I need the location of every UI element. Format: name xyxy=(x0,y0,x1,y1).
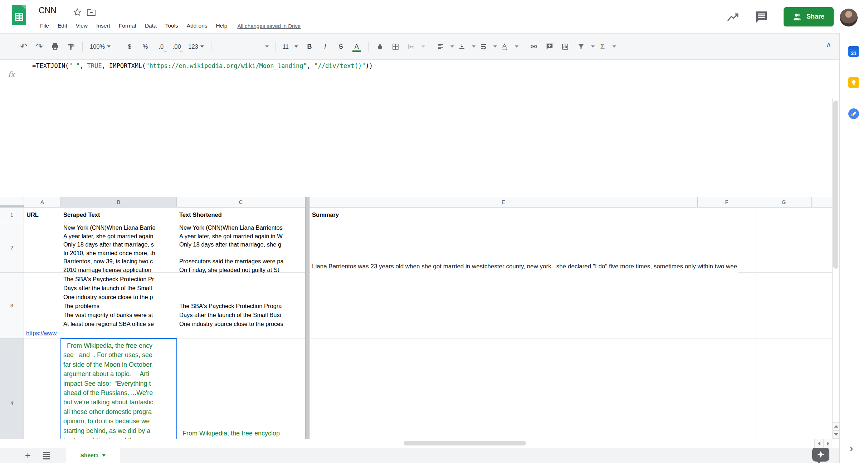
row-header-1[interactable]: 1 xyxy=(0,208,24,222)
text-wrap-caret[interactable] xyxy=(493,45,497,48)
format-percent-button[interactable]: % xyxy=(137,39,153,54)
insert-link-button[interactable] xyxy=(526,39,542,54)
decrease-decimal-button[interactable]: .0 ← xyxy=(153,39,169,54)
sheets-logo[interactable] xyxy=(12,5,26,25)
share-button-label: Share xyxy=(806,13,824,20)
menu-edit[interactable]: Edit xyxy=(53,23,72,29)
cell-A1[interactable]: URL xyxy=(24,208,60,222)
cell-C4[interactable]: From Wikipedia, the free encyclopsee and… xyxy=(177,338,305,439)
text-rotation-caret[interactable] xyxy=(515,45,518,48)
scroll-left-button[interactable] xyxy=(814,439,823,448)
cell-A4[interactable]: https://www xyxy=(24,338,60,439)
document-title[interactable]: CNN xyxy=(39,6,57,15)
italic-button[interactable]: I xyxy=(317,39,333,54)
menu-insert[interactable]: Insert xyxy=(92,23,114,29)
comment-history-icon[interactable] xyxy=(754,10,769,24)
redo-button[interactable]: ↷ xyxy=(31,39,47,54)
tasks-icon[interactable] xyxy=(848,108,859,119)
scroll-right-button[interactable] xyxy=(823,439,832,448)
column-header-A[interactable]: A xyxy=(24,197,61,208)
functions-button[interactable]: Σ xyxy=(595,39,610,54)
cell-B2[interactable]: New York (CNN)When Liana BarrieA year la… xyxy=(61,222,176,273)
increase-decimal-button[interactable]: .00 → xyxy=(169,39,185,54)
undo-button[interactable]: ↶ xyxy=(16,39,31,54)
cell-C2[interactable]: New York (CNN)When Liana BarrientosA yea… xyxy=(177,222,305,273)
scroll-up-button[interactable] xyxy=(832,422,839,430)
row-header-3[interactable]: 3 xyxy=(0,273,24,338)
vertical-scrollbar-thumb[interactable] xyxy=(833,101,838,269)
merge-cells-caret[interactable] xyxy=(421,45,425,48)
paint-format-button[interactable] xyxy=(63,39,79,54)
format-currency-button[interactable]: $ xyxy=(122,39,137,54)
borders-button[interactable] xyxy=(388,39,404,54)
text-color-button[interactable]: A xyxy=(349,39,365,54)
column-header-G[interactable]: G xyxy=(756,197,812,208)
keep-icon[interactable] xyxy=(848,77,859,88)
scroll-down-button[interactable] xyxy=(832,430,839,439)
functions-caret[interactable] xyxy=(613,45,616,48)
spreadsheet-stats-icon[interactable] xyxy=(726,11,739,22)
explore-star-icon xyxy=(817,450,825,458)
menu-tools[interactable]: Tools xyxy=(161,23,182,29)
frozen-columns-divider[interactable] xyxy=(305,197,309,439)
all-sheets-button[interactable] xyxy=(39,448,54,463)
toolbar-divider xyxy=(82,42,83,52)
column-header-F[interactable]: F xyxy=(698,197,756,208)
menu-format[interactable]: Format xyxy=(114,23,141,29)
cell-E2[interactable]: Liana Barrientos was 23 years old when s… xyxy=(310,222,832,273)
font-family-select[interactable] xyxy=(215,40,272,53)
cell-C3[interactable]: The SBA's Paycheck Protection PrograDays… xyxy=(177,273,305,338)
column-header-E[interactable]: E xyxy=(309,197,698,208)
menu-addons[interactable]: Add-ons xyxy=(182,23,212,29)
formula-input[interactable]: =TEXTJOIN(" ", TRUE, IMPORTXML("https://… xyxy=(32,62,373,69)
fill-color-button[interactable] xyxy=(372,39,388,54)
save-status[interactable]: All changes saved in Drive xyxy=(237,23,301,29)
move-to-folder-icon[interactable] xyxy=(87,8,96,16)
account-avatar[interactable] xyxy=(840,9,858,26)
share-button[interactable]: Share xyxy=(784,7,834,26)
filter-caret[interactable] xyxy=(591,45,595,48)
menu-file[interactable]: File xyxy=(36,23,53,29)
calendar-icon[interactable]: 31 xyxy=(848,46,859,57)
text-rotation-button[interactable] xyxy=(497,39,513,54)
horizontal-align-caret[interactable] xyxy=(450,45,454,48)
cell-A3-link[interactable]: https://www xyxy=(26,330,57,337)
column-header-partial[interactable] xyxy=(812,197,832,208)
cell-B1[interactable]: Scraped Text xyxy=(61,208,176,222)
menu-data[interactable]: Data xyxy=(141,23,161,29)
vertical-align-caret[interactable] xyxy=(472,45,476,48)
toolbar-divider xyxy=(118,42,118,52)
cell-E1[interactable]: Summary xyxy=(310,208,525,222)
strikethrough-button[interactable]: S xyxy=(333,39,349,54)
spreadsheet-grid[interactable]: A B C E F G 1 2 3 4 5 6 7 8 9 10 URL Scr… xyxy=(0,98,832,439)
vertical-align-button[interactable] xyxy=(454,39,470,54)
sheet-tab-sheet1[interactable]: Sheet1 xyxy=(66,448,120,463)
horizontal-scrollbar-thumb[interactable] xyxy=(404,441,526,445)
menu-view[interactable]: View xyxy=(72,23,92,29)
zoom-select[interactable]: 100% xyxy=(86,39,114,54)
font-size-select[interactable]: 11 xyxy=(279,39,302,54)
sheet-tab-menu-caret[interactable] xyxy=(102,454,106,457)
insert-chart-button[interactable] xyxy=(557,39,573,54)
star-icon[interactable] xyxy=(73,8,82,16)
column-header-C[interactable]: C xyxy=(177,197,305,208)
column-header-B[interactable]: B xyxy=(61,197,177,208)
row-header-2[interactable]: 2 xyxy=(0,222,24,273)
row-header-4[interactable]: 4 xyxy=(0,338,24,439)
cell-A3[interactable]: https://www xyxy=(24,273,60,338)
horizontal-align-button[interactable] xyxy=(433,39,448,54)
filter-button[interactable] xyxy=(573,39,589,54)
collapse-toolbar-button[interactable]: ∧ xyxy=(821,37,836,52)
number-format-menu[interactable]: 123 xyxy=(185,39,208,54)
insert-comment-button[interactable] xyxy=(542,39,557,54)
bold-button[interactable]: B xyxy=(302,39,317,54)
side-panel-expand-chevron[interactable]: › xyxy=(849,442,853,455)
cell-C1[interactable]: Text Shortened xyxy=(177,208,305,222)
text-wrap-button[interactable] xyxy=(476,39,491,54)
add-sheet-button[interactable]: + xyxy=(20,448,36,463)
menu-help[interactable]: Help xyxy=(212,23,232,29)
print-button[interactable] xyxy=(47,39,63,54)
cell-B3[interactable]: The SBA's Paycheck Protection PrDays aft… xyxy=(61,273,176,338)
explore-button[interactable] xyxy=(812,447,829,462)
merge-cells-button[interactable] xyxy=(404,39,419,54)
